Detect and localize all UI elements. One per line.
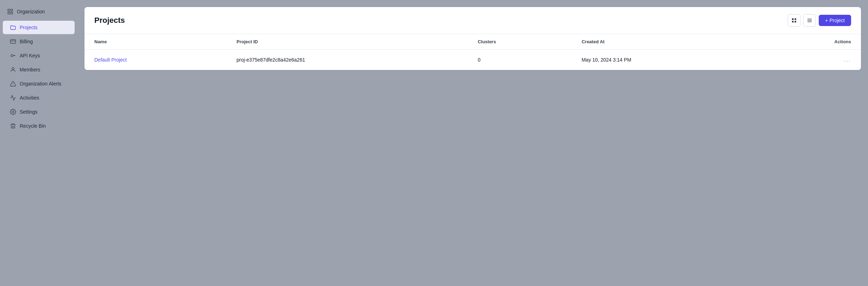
- sidebar-item-billing[interactable]: Billing: [3, 35, 75, 48]
- svg-rect-0: [8, 9, 10, 11]
- svg-rect-12: [795, 18, 797, 20]
- sidebar-item-activities[interactable]: Activities: [3, 91, 75, 104]
- settings-icon: [10, 109, 16, 115]
- sidebar-item-organization-alerts[interactable]: Organization Alerts: [3, 77, 75, 90]
- grid-icon: [791, 18, 797, 23]
- sidebar-item-api-keys[interactable]: API Keys: [3, 49, 75, 62]
- content-header: Projects + Pro: [84, 7, 861, 34]
- header-actions: + Project: [788, 14, 851, 27]
- svg-rect-13: [792, 21, 794, 23]
- members-icon: [10, 66, 16, 73]
- table-header-row: Name Project ID Clusters Created At Acti…: [84, 34, 861, 50]
- table-row: Default Project proj-e375e87dfe2c8a42e6a…: [84, 50, 861, 70]
- svg-point-10: [12, 111, 14, 113]
- sidebar: Organization Projects Billing API Keys M…: [0, 0, 77, 286]
- svg-point-6: [11, 55, 13, 57]
- list-view-button[interactable]: [803, 14, 816, 27]
- col-clusters: Clusters: [468, 34, 572, 50]
- list-icon: [807, 18, 812, 23]
- page-title: Projects: [94, 16, 125, 25]
- alerts-icon: [10, 81, 16, 87]
- sidebar-item-settings[interactable]: Settings: [3, 105, 75, 119]
- grid-view-button[interactable]: [788, 14, 800, 27]
- project-name-cell: Default Project: [84, 50, 227, 70]
- add-project-button[interactable]: + Project: [819, 15, 851, 26]
- svg-rect-1: [11, 9, 13, 11]
- svg-rect-4: [11, 40, 16, 44]
- col-name: Name: [84, 34, 227, 50]
- sidebar-org: Organization: [0, 6, 77, 20]
- svg-rect-11: [792, 18, 794, 20]
- sidebar-item-members[interactable]: Members: [3, 63, 75, 76]
- activities-icon: [10, 95, 16, 101]
- sidebar-item-projects[interactable]: Projects: [3, 21, 75, 34]
- key-icon: [10, 52, 16, 59]
- projects-card: Projects + Pro: [84, 7, 861, 70]
- main-content: Projects + Pro: [77, 0, 868, 286]
- folder-icon: [10, 24, 16, 31]
- project-name-link[interactable]: Default Project: [94, 57, 127, 63]
- projects-table: Name Project ID Clusters Created At Acti…: [84, 34, 861, 70]
- billing-icon: [10, 38, 16, 45]
- col-project-id: Project ID: [227, 34, 468, 50]
- col-created-at: Created At: [572, 34, 761, 50]
- clusters-cell: 0: [468, 50, 572, 70]
- svg-rect-3: [11, 12, 13, 14]
- col-actions: Actions: [761, 34, 861, 50]
- svg-rect-14: [795, 21, 797, 23]
- svg-rect-2: [8, 12, 10, 14]
- org-icon: [7, 8, 13, 15]
- trash-icon: [10, 123, 16, 129]
- sidebar-item-recycle-bin[interactable]: Recycle Bin: [3, 119, 75, 133]
- table-body: Default Project proj-e375e87dfe2c8a42e6a…: [84, 50, 861, 70]
- created-at-cell: May 10, 2024 3:14 PM: [572, 50, 761, 70]
- projects-table-container: Name Project ID Clusters Created At Acti…: [84, 34, 861, 70]
- svg-point-7: [12, 68, 14, 70]
- row-actions-cell[interactable]: ...: [761, 50, 861, 70]
- project-id-cell: proj-e375e87dfe2c8a42e6a261: [227, 50, 468, 70]
- table-header: Name Project ID Clusters Created At Acti…: [84, 34, 861, 50]
